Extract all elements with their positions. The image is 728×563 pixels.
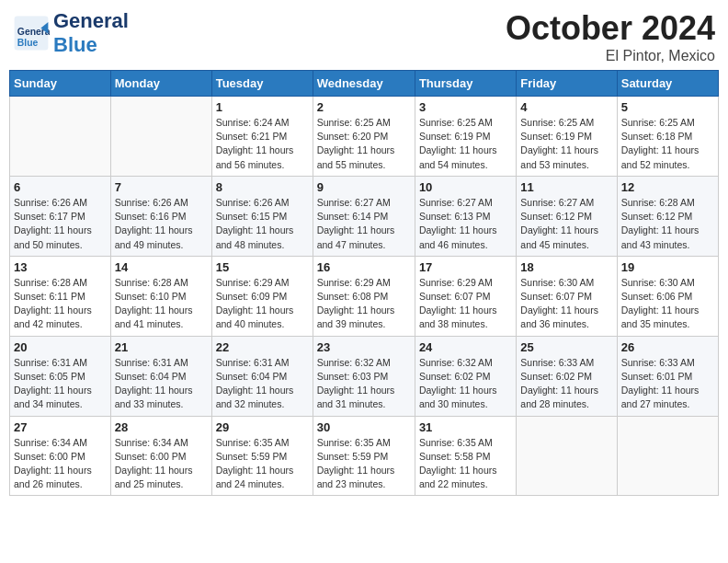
calendar-cell: 4Sunrise: 6:25 AM Sunset: 6:19 PM Daylig…	[517, 97, 617, 177]
day-number: 15	[216, 260, 309, 274]
day-number: 31	[419, 420, 512, 434]
day-info: Sunrise: 6:25 AM Sunset: 6:19 PM Dayligh…	[520, 116, 612, 172]
calendar-cell: 18Sunrise: 6:30 AM Sunset: 6:07 PM Dayli…	[517, 256, 617, 336]
day-info: Sunrise: 6:31 AM Sunset: 6:04 PM Dayligh…	[115, 356, 208, 412]
day-number: 14	[115, 260, 208, 274]
day-number: 1	[216, 100, 309, 114]
day-info: Sunrise: 6:24 AM Sunset: 6:21 PM Dayligh…	[216, 116, 309, 172]
calendar-cell: 23Sunrise: 6:32 AM Sunset: 6:03 PM Dayli…	[313, 336, 415, 416]
day-number: 27	[14, 420, 107, 434]
day-info: Sunrise: 6:33 AM Sunset: 6:01 PM Dayligh…	[621, 356, 714, 412]
calendar-week: 27Sunrise: 6:34 AM Sunset: 6:00 PM Dayli…	[10, 416, 719, 496]
calendar-cell: 26Sunrise: 6:33 AM Sunset: 6:01 PM Dayli…	[617, 336, 718, 416]
day-number: 3	[419, 100, 512, 114]
calendar-cell	[110, 97, 211, 177]
day-info: Sunrise: 6:34 AM Sunset: 6:00 PM Dayligh…	[115, 436, 208, 492]
day-info: Sunrise: 6:35 AM Sunset: 5:58 PM Dayligh…	[419, 436, 512, 492]
calendar-cell: 20Sunrise: 6:31 AM Sunset: 6:05 PM Dayli…	[10, 336, 111, 416]
day-number: 25	[520, 340, 612, 354]
day-number: 12	[621, 180, 714, 194]
calendar-week: 1Sunrise: 6:24 AM Sunset: 6:21 PM Daylig…	[10, 97, 719, 177]
day-number: 29	[216, 420, 309, 434]
day-number: 26	[621, 340, 714, 354]
day-number: 19	[621, 260, 714, 274]
day-info: Sunrise: 6:27 AM Sunset: 6:13 PM Dayligh…	[419, 196, 512, 252]
calendar-cell	[10, 97, 111, 177]
day-info: Sunrise: 6:29 AM Sunset: 6:08 PM Dayligh…	[317, 276, 411, 332]
day-number: 20	[14, 340, 107, 354]
calendar-cell: 25Sunrise: 6:33 AM Sunset: 6:02 PM Dayli…	[517, 336, 617, 416]
day-info: Sunrise: 6:29 AM Sunset: 6:07 PM Dayligh…	[419, 276, 512, 332]
calendar-cell: 31Sunrise: 6:35 AM Sunset: 5:58 PM Dayli…	[415, 416, 516, 496]
day-info: Sunrise: 6:27 AM Sunset: 6:12 PM Dayligh…	[520, 196, 612, 252]
day-info: Sunrise: 6:30 AM Sunset: 6:07 PM Dayligh…	[520, 276, 612, 332]
day-number: 5	[621, 100, 714, 114]
calendar-cell: 11Sunrise: 6:27 AM Sunset: 6:12 PM Dayli…	[517, 176, 617, 256]
calendar-cell: 9Sunrise: 6:27 AM Sunset: 6:14 PM Daylig…	[313, 176, 415, 256]
logo-icon: General Blue	[13, 15, 50, 52]
weekday-row: SundayMondayTuesdayWednesdayThursdayFrid…	[10, 71, 719, 97]
day-info: Sunrise: 6:30 AM Sunset: 6:06 PM Dayligh…	[621, 276, 714, 332]
day-info: Sunrise: 6:26 AM Sunset: 6:15 PM Dayligh…	[216, 196, 309, 252]
calendar-cell: 5Sunrise: 6:25 AM Sunset: 6:18 PM Daylig…	[617, 97, 718, 177]
day-number: 23	[317, 340, 411, 354]
calendar-cell	[617, 416, 718, 496]
calendar-body: 1Sunrise: 6:24 AM Sunset: 6:21 PM Daylig…	[10, 97, 719, 496]
day-info: Sunrise: 6:35 AM Sunset: 5:59 PM Dayligh…	[317, 436, 411, 492]
calendar-cell: 17Sunrise: 6:29 AM Sunset: 6:07 PM Dayli…	[415, 256, 516, 336]
calendar-week: 6Sunrise: 6:26 AM Sunset: 6:17 PM Daylig…	[10, 176, 719, 256]
calendar-cell: 24Sunrise: 6:32 AM Sunset: 6:02 PM Dayli…	[415, 336, 516, 416]
day-number: 8	[216, 180, 309, 194]
day-number: 9	[317, 180, 411, 194]
weekday-header: Wednesday	[313, 71, 415, 97]
calendar-week: 20Sunrise: 6:31 AM Sunset: 6:05 PM Dayli…	[10, 336, 719, 416]
day-number: 4	[520, 100, 612, 114]
calendar-cell: 7Sunrise: 6:26 AM Sunset: 6:16 PM Daylig…	[110, 176, 211, 256]
calendar-cell: 28Sunrise: 6:34 AM Sunset: 6:00 PM Dayli…	[110, 416, 211, 496]
day-info: Sunrise: 6:25 AM Sunset: 6:20 PM Dayligh…	[317, 116, 411, 172]
day-info: Sunrise: 6:25 AM Sunset: 6:18 PM Dayligh…	[621, 116, 714, 172]
day-number: 24	[419, 340, 512, 354]
day-info: Sunrise: 6:32 AM Sunset: 6:02 PM Dayligh…	[419, 356, 512, 412]
day-info: Sunrise: 6:28 AM Sunset: 6:10 PM Dayligh…	[115, 276, 208, 332]
calendar-cell: 13Sunrise: 6:28 AM Sunset: 6:11 PM Dayli…	[10, 256, 111, 336]
svg-text:Blue: Blue	[17, 38, 39, 48]
calendar-cell: 14Sunrise: 6:28 AM Sunset: 6:10 PM Dayli…	[110, 256, 211, 336]
day-number: 13	[14, 260, 107, 274]
month-title: October 2024	[506, 9, 715, 48]
location: El Pintor, Mexico	[506, 48, 715, 64]
logo-text: General Blue	[53, 9, 129, 57]
day-number: 28	[115, 420, 208, 434]
weekday-header: Saturday	[617, 71, 718, 97]
day-number: 10	[419, 180, 512, 194]
calendar-cell: 16Sunrise: 6:29 AM Sunset: 6:08 PM Dayli…	[313, 256, 415, 336]
day-number: 16	[317, 260, 411, 274]
calendar-cell: 2Sunrise: 6:25 AM Sunset: 6:20 PM Daylig…	[313, 97, 415, 177]
day-number: 11	[520, 180, 612, 194]
calendar-cell: 6Sunrise: 6:26 AM Sunset: 6:17 PM Daylig…	[10, 176, 111, 256]
day-info: Sunrise: 6:28 AM Sunset: 6:11 PM Dayligh…	[14, 276, 107, 332]
weekday-header: Thursday	[415, 71, 516, 97]
calendar-header: SundayMondayTuesdayWednesdayThursdayFrid…	[10, 71, 719, 97]
calendar-cell: 30Sunrise: 6:35 AM Sunset: 5:59 PM Dayli…	[313, 416, 415, 496]
calendar-cell: 19Sunrise: 6:30 AM Sunset: 6:06 PM Dayli…	[617, 256, 718, 336]
day-info: Sunrise: 6:35 AM Sunset: 5:59 PM Dayligh…	[216, 436, 309, 492]
day-number: 17	[419, 260, 512, 274]
calendar-cell: 8Sunrise: 6:26 AM Sunset: 6:15 PM Daylig…	[211, 176, 313, 256]
calendar-cell: 1Sunrise: 6:24 AM Sunset: 6:21 PM Daylig…	[211, 97, 313, 177]
day-info: Sunrise: 6:25 AM Sunset: 6:19 PM Dayligh…	[419, 116, 512, 172]
calendar-cell	[517, 416, 617, 496]
day-info: Sunrise: 6:26 AM Sunset: 6:16 PM Dayligh…	[115, 196, 208, 252]
calendar-week: 13Sunrise: 6:28 AM Sunset: 6:11 PM Dayli…	[10, 256, 719, 336]
calendar-cell: 22Sunrise: 6:31 AM Sunset: 6:04 PM Dayli…	[211, 336, 313, 416]
day-number: 2	[317, 100, 411, 114]
day-number: 22	[216, 340, 309, 354]
day-info: Sunrise: 6:31 AM Sunset: 6:05 PM Dayligh…	[14, 356, 107, 412]
calendar-cell: 15Sunrise: 6:29 AM Sunset: 6:09 PM Dayli…	[211, 256, 313, 336]
day-info: Sunrise: 6:31 AM Sunset: 6:04 PM Dayligh…	[216, 356, 309, 412]
weekday-header: Sunday	[10, 71, 111, 97]
day-info: Sunrise: 6:34 AM Sunset: 6:00 PM Dayligh…	[14, 436, 107, 492]
logo: General Blue General Blue	[13, 9, 129, 57]
calendar-cell: 27Sunrise: 6:34 AM Sunset: 6:00 PM Dayli…	[10, 416, 111, 496]
calendar-cell: 12Sunrise: 6:28 AM Sunset: 6:12 PM Dayli…	[617, 176, 718, 256]
